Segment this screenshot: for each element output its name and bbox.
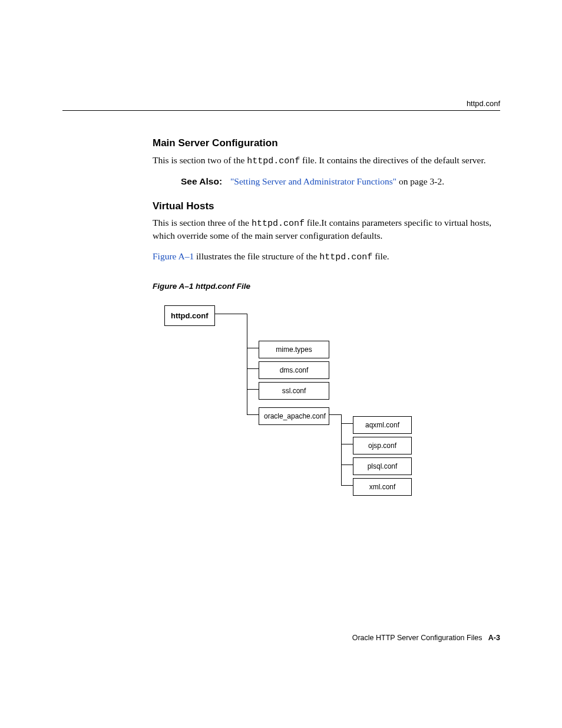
see-also-label: See Also: bbox=[181, 176, 222, 186]
figure-caption: Figure A–1 httpd.conf File bbox=[153, 281, 500, 292]
text: This is section two of the bbox=[153, 155, 247, 165]
main-server-paragraph: This is section two of the httpd.conf fi… bbox=[153, 154, 500, 167]
diagram-box-level1: oracle_apache.conf bbox=[259, 407, 329, 425]
figure-link[interactable]: Figure A–1 bbox=[153, 251, 194, 261]
diagram-connector bbox=[341, 485, 353, 486]
text: This is section three of the bbox=[153, 218, 252, 228]
code-literal: httpd.conf bbox=[319, 252, 372, 262]
diagram-box-level1: ssl.conf bbox=[259, 382, 329, 400]
diagram-connector bbox=[341, 414, 342, 485]
diagram-box-level1: mime.types bbox=[259, 341, 329, 358]
diagram-box-level2: ojsp.conf bbox=[353, 437, 412, 454]
diagram-connector bbox=[247, 368, 259, 369]
diagram-box-level2: plsql.conf bbox=[353, 457, 412, 475]
code-literal: httpd.conf bbox=[247, 156, 300, 166]
text: file. bbox=[372, 251, 389, 261]
diagram-connector bbox=[329, 414, 341, 415]
page-number: A-3 bbox=[488, 634, 500, 642]
page-content: Main Server Configuration This is sectio… bbox=[153, 136, 500, 494]
section-heading-main-server: Main Server Configuration bbox=[153, 136, 500, 151]
diagram-connector bbox=[341, 465, 353, 465]
virtual-hosts-paragraph-1: This is section three of the httpd.conf … bbox=[153, 217, 500, 242]
diagram-connector bbox=[214, 314, 247, 314]
see-also-block: See Also: "Setting Server and Administra… bbox=[181, 176, 464, 188]
virtual-hosts-paragraph-2: Figure A–1 illustrates the file structur… bbox=[153, 251, 500, 263]
footer-text: Oracle HTTP Server Configuration Files bbox=[352, 634, 482, 642]
section-heading-virtual-hosts: Virtual Hosts bbox=[153, 199, 500, 214]
diagram-connector bbox=[247, 314, 247, 415]
diagram-box-level2: xml.conf bbox=[353, 478, 412, 496]
diagram-box-level2: aqxml.conf bbox=[353, 416, 412, 434]
diagram-connector bbox=[341, 423, 353, 424]
diagram-box-level1: dms.conf bbox=[259, 361, 329, 379]
page-footer: Oracle HTTP Server Configuration Files A… bbox=[352, 633, 500, 644]
diagram-connector bbox=[341, 444, 353, 444]
see-also-tail: on page 3-2. bbox=[396, 176, 444, 186]
diagram-box-root: httpd.conf bbox=[164, 305, 215, 327]
header-rule bbox=[62, 110, 500, 111]
code-literal: httpd.conf bbox=[252, 219, 305, 229]
diagram-connector bbox=[247, 414, 259, 415]
diagram-connector bbox=[247, 389, 259, 390]
file-structure-diagram: httpd.conf mime.types dms.conf ssl.conf … bbox=[164, 299, 500, 494]
running-head: httpd.conf bbox=[467, 98, 500, 110]
diagram-connector bbox=[247, 348, 259, 348]
text: file. It contains the directives of the … bbox=[300, 155, 485, 165]
see-also-link[interactable]: "Setting Server and Administrator Functi… bbox=[230, 176, 396, 186]
text: illustrates the file structure of the bbox=[194, 251, 319, 261]
